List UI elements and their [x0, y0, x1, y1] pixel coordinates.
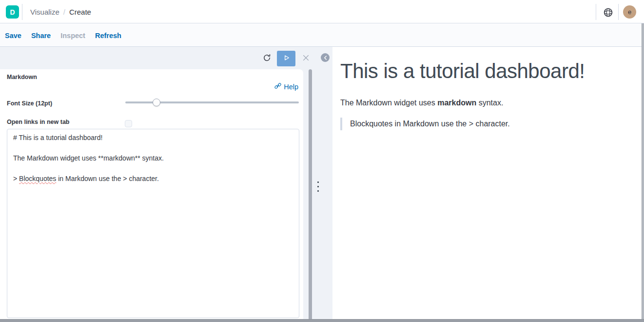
preview-blockquote: Blockquotes in Markdown use the > charac… — [340, 118, 510, 130]
app-window: D Visualize / Create e Save Share Inspec… — [0, 0, 644, 322]
nav-divider — [22, 4, 22, 20]
markdown-preview-panel: This is a tutorial dashboard! The Markdo… — [332, 47, 642, 319]
play-icon — [283, 54, 290, 63]
inspect-button: Inspect — [60, 32, 85, 40]
refresh-button[interactable]: Refresh — [95, 32, 121, 40]
help-link[interactable]: Help — [274, 82, 298, 91]
markdown-line-3-rest: in Markdown use the > character. — [56, 175, 159, 182]
open-links-checkbox[interactable] — [125, 120, 132, 127]
preview-paragraph: The Markdown widget uses markdown syntax… — [340, 99, 503, 107]
open-links-label: Open links in new tab — [7, 119, 70, 125]
app-logo[interactable]: D — [6, 5, 19, 19]
markdown-line-3-misspelled-word: Blockquotes — [19, 175, 56, 182]
font-size-slider[interactable] — [125, 99, 299, 106]
discard-changes-button[interactable] — [298, 51, 313, 66]
save-button[interactable]: Save — [5, 32, 21, 40]
markdown-options-panel: Markdown Help Font Size (12pt) Open link… — [0, 69, 303, 322]
preview-paragraph-before: The Markdown widget uses — [340, 99, 437, 107]
user-avatar[interactable]: e — [623, 5, 636, 19]
refresh-icon — [263, 54, 271, 63]
markdown-source-textarea[interactable]: # This is a tutorial dashboard! The Mark… — [7, 129, 299, 318]
markdown-line-2: The Markdown widget uses **markdown** sy… — [13, 154, 164, 162]
collapse-sidebar-button[interactable] — [321, 53, 330, 62]
toolbar-links: Save Share Inspect Refresh — [5, 24, 121, 47]
nav-divider — [596, 4, 596, 20]
chevron-left-icon — [324, 53, 327, 62]
action-toolbar: Save Share Inspect Refresh — [0, 24, 644, 47]
breadcrumb: Visualize / Create — [30, 0, 91, 23]
markdown-line-3-prefix: > — [13, 175, 19, 182]
editor-refresh-button[interactable] — [259, 51, 274, 66]
preview-paragraph-bold: markdown — [437, 99, 476, 107]
globe-icon[interactable] — [603, 7, 613, 18]
avatar-letter: e — [628, 8, 631, 16]
editor-scrollbar-thumb[interactable] — [309, 69, 312, 322]
font-size-label: Font Size (12pt) — [7, 100, 52, 107]
nav-divider — [618, 4, 619, 20]
app-logo-letter: D — [10, 8, 15, 16]
panel-resizer-handle[interactable] — [314, 176, 321, 197]
apply-changes-button[interactable] — [277, 51, 295, 66]
font-size-slider-track — [125, 101, 299, 103]
window-horizontal-scrollbar[interactable] — [0, 319, 644, 322]
breadcrumb-visualize[interactable]: Visualize — [30, 8, 59, 16]
preview-paragraph-after: syntax. — [476, 99, 503, 107]
markdown-line-1: # This is a tutorial dashboard! — [13, 134, 102, 141]
top-nav: D Visualize / Create e — [0, 0, 644, 23]
breadcrumb-create: Create — [69, 8, 91, 16]
window-vertical-scrollbar[interactable] — [642, 23, 644, 319]
preview-heading: This is a tutorial dashboard! — [340, 60, 585, 83]
breadcrumb-separator: / — [63, 8, 65, 16]
panel-title: Markdown — [7, 74, 37, 80]
font-size-slider-thumb[interactable] — [153, 99, 160, 106]
share-button[interactable]: Share — [31, 32, 51, 40]
link-icon — [274, 82, 281, 91]
close-icon — [303, 55, 309, 62]
help-link-label: Help — [284, 83, 298, 91]
